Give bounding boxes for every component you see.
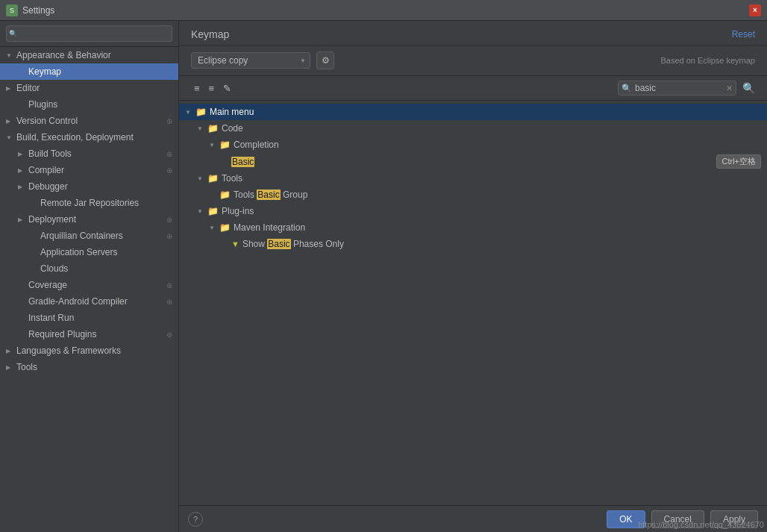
keymap-select[interactable]: Eclipse copy [191,52,310,69]
arrow-icon-compiler [18,167,25,174]
tree-row-completion[interactable]: 📁Completion [179,137,767,153]
tree-label-tools-basic-group: Tools Basic Group [234,190,307,200]
sidebar-item-build-execution[interactable]: Build, Execution, Deployment [0,129,178,145]
sidebar-item-languages[interactable]: Languages & Frameworks [0,342,178,359]
find-shortcut-button[interactable]: 🔍 [742,82,755,94]
tree-row-basic[interactable]: BasicCtrl+空格 [179,153,767,170]
copy-icon-arquillian: ⊕ [166,232,172,240]
arrow-icon-deployment [18,216,25,223]
sidebar-item-deployment[interactable]: Deployment⊕ [0,211,178,228]
sidebar-label-deployment: Deployment [28,214,76,225]
sidebar-item-coverage[interactable]: Coverage⊕ [0,277,178,293]
sidebar-label-appearance: Appearance & Behavior [16,50,111,60]
keymap-select-wrapper: Eclipse copy ▼ [191,52,310,69]
arrow-icon-tools [6,364,13,371]
sidebar-item-arquillian[interactable]: Arquillian Containers⊕ [0,228,178,244]
tree-arrow-completion [209,142,219,148]
folder-icon-plug-ins: 📁 [207,206,219,216]
sidebar-label-debugger: Debugger [28,181,68,192]
sidebar-item-plugins[interactable]: Plugins [0,96,178,113]
sidebar-label-version-control: Version Control [16,116,78,126]
sidebar-search-input[interactable] [6,25,172,42]
keymap-search-input[interactable] [635,83,724,93]
sidebar-label-languages: Languages & Frameworks [16,345,121,356]
folder-icon-tools: 📁 [207,173,219,184]
tree-label-tools: Tools [222,173,242,184]
copy-icon-compiler: ⊕ [166,166,172,175]
sidebar-item-compiler[interactable]: Compiler⊕ [0,162,178,178]
tree-label-basic: Basic [231,157,254,167]
sidebar-search-wrapper [6,25,172,42]
tree-arrow-tools [197,175,207,182]
tree-row-show-basic-phases[interactable]: ▼Show Basic Phases Only [179,236,767,252]
main-container: Appearance & BehaviorKeymapEditorPlugins… [0,21,767,532]
tree-arrow-code [197,125,207,132]
right-panel: Keymap Reset Eclipse copy ▼ ⚙ Based on E… [179,21,767,532]
reset-button[interactable]: Reset [732,29,755,40]
toolbar-row: ≡ ≡ ✎ 🔍 ✕ 🔍 [179,76,767,101]
arrow-icon-languages [6,348,13,354]
sidebar-label-compiler: Compiler [28,165,64,175]
folder-icon-maven-integration: 📁 [219,222,231,233]
tree-label-maven-integration: Maven Integration [234,222,305,233]
sidebar-search-area [0,21,178,47]
sidebar-item-build-tools[interactable]: Build Tools⊕ [0,145,178,162]
tree-label-code: Code [222,123,243,134]
sidebar-label-remote-jar: Remote Jar Repositories [40,198,139,208]
tree-label-show-basic-phases: Show Basic Phases Only [242,239,344,249]
sidebar-item-editor[interactable]: Editor [0,80,178,96]
arrow-icon-build-execution [6,134,13,141]
sidebar-item-required-plugins[interactable]: Required Plugins⊕ [0,326,178,342]
panel-title: Keymap [191,28,229,40]
search-clear-icon[interactable]: ✕ [726,84,733,93]
sidebar-item-debugger[interactable]: Debugger [0,178,178,195]
tree-row-tools[interactable]: 📁Tools [179,170,767,187]
sidebar-label-build-execution: Build, Execution, Deployment [16,132,134,143]
title-bar-text: Settings [22,5,749,16]
collapse-all-button[interactable]: ≡ [206,81,218,96]
folder-icon-main-menu: 📁 [195,107,207,117]
keymap-search-field: 🔍 ✕ [618,81,736,96]
edit-shortcut-button[interactable]: ✎ [220,81,234,96]
sidebar-label-arquillian: Arquillian Containers [40,231,123,241]
sidebar-item-clouds[interactable]: Clouds [0,260,178,277]
sidebar-item-instant-run[interactable]: Instant Run [0,310,178,326]
watermark: https://blog.csdn.net/qq_43624670 [638,520,764,529]
tree-rows: 📁Main menu📁Code📁CompletionBasicCtrl+空格📁T… [179,104,767,252]
sidebar-item-keymap[interactable]: Keymap [0,63,178,80]
sidebar-label-instant-run: Instant Run [28,313,74,323]
tree-label-plug-ins: Plug-ins [222,206,254,216]
copy-icon-gradle-android: ⊕ [166,298,172,306]
sidebar-label-editor: Editor [16,83,40,93]
sidebar-label-coverage: Coverage [28,280,67,290]
tree-label-completion: Completion [234,140,279,150]
tree-row-plug-ins[interactable]: 📁Plug-ins [179,203,767,219]
copy-icon-version-control: ⊕ [166,117,172,125]
tree-arrow-main-menu [185,109,195,116]
gear-button[interactable]: ⚙ [316,51,334,69]
app-icon: S [6,4,18,16]
sidebar-item-app-servers[interactable]: Application Servers [0,244,178,260]
sidebar-label-keymap: Keymap [28,66,61,77]
sidebar-item-gradle-android[interactable]: Gradle-Android Compiler⊕ [0,293,178,310]
sidebar-label-required-plugins: Required Plugins [28,329,96,339]
sidebar-item-tools[interactable]: Tools [0,359,178,375]
help-button[interactable]: ? [188,512,203,527]
title-bar: S Settings × [0,0,767,21]
tree-row-code[interactable]: 📁Code [179,120,767,137]
arrow-icon-version-control [6,118,13,125]
search-icon: 🔍 [622,84,632,93]
tree-row-main-menu[interactable]: 📁Main menu [179,104,767,120]
expand-all-button[interactable]: ≡ [191,81,203,96]
close-button[interactable]: × [749,4,761,16]
copy-icon-deployment: ⊕ [166,216,172,224]
folder-icon-completion: 📁 [219,140,231,150]
tree-row-maven-integration[interactable]: 📁Maven Integration [179,219,767,236]
sidebar-item-version-control[interactable]: Version Control⊕ [0,113,178,129]
sidebar-item-remote-jar[interactable]: Remote Jar Repositories [0,195,178,211]
folder-icon-code: 📁 [207,123,219,134]
sidebar-item-appearance[interactable]: Appearance & Behavior [0,47,178,63]
tree-area: 📁Main menu📁Code📁CompletionBasicCtrl+空格📁T… [179,101,767,505]
tree-row-tools-basic-group[interactable]: 📁Tools Basic Group [179,187,767,203]
sidebar-items: Appearance & BehaviorKeymapEditorPlugins… [0,47,178,375]
